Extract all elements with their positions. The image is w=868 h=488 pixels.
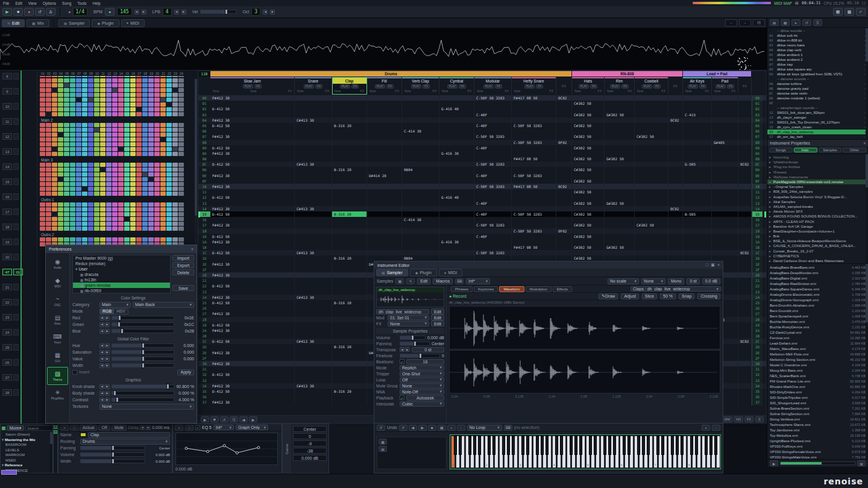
matrix-cell[interactable] — [76, 137, 81, 142]
matrix-cell[interactable] — [124, 187, 130, 191]
pattern-cell[interactable] — [712, 206, 738, 211]
slider[interactable] — [80, 446, 145, 450]
pattern-cell[interactable] — [402, 178, 439, 184]
pattern-cell[interactable] — [635, 112, 668, 117]
pattern-cell[interactable] — [668, 234, 683, 239]
sequence-slot[interactable]: 21 — [2, 284, 37, 290]
matrix-cell[interactable] — [76, 123, 81, 127]
pattern-cell[interactable]: F#412 30 — [210, 222, 295, 228]
matrix-cell[interactable] — [154, 88, 160, 92]
matrix-cell[interactable] — [82, 83, 87, 87]
matrix-cell[interactable] — [178, 137, 184, 142]
matrix-cell[interactable] — [172, 128, 178, 132]
matrix-cell[interactable] — [124, 192, 130, 196]
pattern-cell[interactable] — [402, 184, 439, 189]
folder-item[interactable]: ▸Corsair_Breaks_19_2-07 — [767, 249, 868, 254]
pattern-cell[interactable] — [556, 222, 572, 228]
matrix-cell[interactable] — [142, 192, 148, 196]
pattern-cell[interactable] — [556, 161, 572, 167]
step-length[interactable]: 1/4 — [73, 8, 87, 16]
sequence-slot[interactable]: 27 — [2, 374, 37, 381]
global-volume[interactable]: 0.0 dB — [702, 278, 720, 284]
pattern-cell[interactable] — [712, 151, 738, 156]
matrix-cell[interactable] — [178, 177, 184, 181]
gainer-value[interactable]: -9 — [293, 440, 327, 446]
pattern-cell[interactable] — [295, 189, 332, 195]
increment-button[interactable]: ▶ — [105, 343, 110, 348]
matrix-cell[interactable] — [136, 147, 142, 151]
folder-item[interactable]: ▸Akai Samples — [767, 199, 868, 204]
pattern-cell[interactable] — [367, 189, 402, 195]
matrix-cell[interactable] — [76, 112, 81, 116]
matrix-cell[interactable] — [100, 107, 105, 111]
matrix-cell[interactable] — [130, 202, 136, 207]
record-button[interactable]: ● — [24, 8, 34, 16]
matrix-cell[interactable] — [94, 227, 99, 231]
matrix-cell[interactable] — [136, 163, 142, 167]
matrix-cell[interactable] — [100, 98, 105, 102]
pattern-cell[interactable]: B-316 20 — [332, 389, 367, 394]
gainer-value[interactable]: Center — [293, 426, 327, 432]
pattern-cell[interactable]: D-412 50 — [210, 300, 295, 305]
prop-select[interactable]: Repitch▾ — [400, 365, 444, 371]
pattern-cell[interactable] — [332, 278, 367, 283]
pattern-cell[interactable] — [605, 206, 635, 211]
matrix-cell[interactable] — [70, 163, 75, 167]
view-tab-mix[interactable]: ▦Mix — [27, 19, 49, 27]
matrix-cell[interactable] — [142, 222, 148, 226]
matrix-cell[interactable] — [76, 107, 81, 111]
matrix-cell[interactable] — [58, 177, 63, 181]
pattern-cell[interactable]: C#302 50 — [635, 134, 668, 139]
track-fx-button[interactable]: FX — [699, 84, 706, 89]
matrix-cell[interactable] — [106, 128, 112, 132]
matrix-cell[interactable] — [178, 107, 184, 111]
pattern-cell[interactable] — [668, 101, 683, 106]
matrix-cell[interactable] — [52, 123, 57, 127]
matrix-cell[interactable] — [88, 107, 93, 111]
matrix-cell[interactable] — [118, 227, 124, 231]
decrement-button[interactable]: ◀ — [99, 391, 104, 396]
pattern-cell[interactable] — [402, 106, 439, 111]
matrix-cell[interactable] — [154, 147, 160, 151]
matrix-cell[interactable] — [124, 152, 130, 156]
piano-black-key[interactable] — [492, 436, 495, 455]
matrix-cell[interactable] — [154, 133, 160, 137]
disk-tab-other[interactable]: Other — [843, 148, 866, 152]
matrix-cell[interactable] — [94, 163, 99, 167]
sequence-mini-cell[interactable] — [13, 284, 19, 290]
pattern-cell[interactable] — [439, 123, 474, 128]
pattern-cell[interactable] — [683, 245, 712, 250]
sample-edit-button[interactable]: Edit — [431, 308, 444, 314]
matrix-cell[interactable] — [58, 237, 63, 242]
file-item[interactable]: Bent-Sprachenspell.xrni1.408 KB — [767, 313, 868, 319]
device-item[interactable]: ▾Reference — [1, 463, 52, 468]
matrix-cell[interactable] — [178, 142, 184, 146]
pattern-cell[interactable] — [738, 167, 752, 172]
matrix-cell[interactable] — [118, 222, 124, 226]
minimize-device-icon[interactable]: □ — [185, 425, 193, 431]
matrix-cell[interactable] — [76, 217, 81, 221]
matrix-cell[interactable] — [172, 207, 178, 211]
pattern-cell[interactable]: 0C02 — [556, 95, 572, 101]
matrix-cell[interactable] — [148, 88, 154, 92]
velocity-slider[interactable] — [200, 10, 236, 14]
matrix-cell[interactable] — [112, 152, 118, 156]
pattern-cell[interactable]: C-50F 50 3203 — [474, 184, 512, 189]
matrix-cell[interactable] — [40, 102, 45, 107]
sequence-slot[interactable]: 14 — [2, 163, 37, 170]
matrix-cell[interactable] — [118, 237, 124, 242]
pattern-cell[interactable] — [474, 195, 512, 200]
close-icon[interactable]: × — [717, 263, 720, 267]
pattern-cell[interactable] — [556, 234, 572, 239]
matrix-cell[interactable] — [40, 182, 45, 186]
pattern-cell[interactable] — [635, 145, 668, 151]
pattern-cell[interactable] — [367, 239, 402, 245]
matrix-cell[interactable] — [46, 83, 51, 87]
pattern-cell[interactable] — [683, 250, 712, 255]
pattern-cell[interactable] — [738, 178, 752, 184]
matrix-cell[interactable] — [70, 128, 75, 132]
piano-black-key[interactable] — [459, 436, 462, 455]
pattern-cell[interactable] — [668, 151, 683, 156]
matrix-cell[interactable] — [46, 237, 51, 242]
pattern-row[interactable]: 13C-40FC#302 50G#302 5013 — [198, 201, 766, 206]
